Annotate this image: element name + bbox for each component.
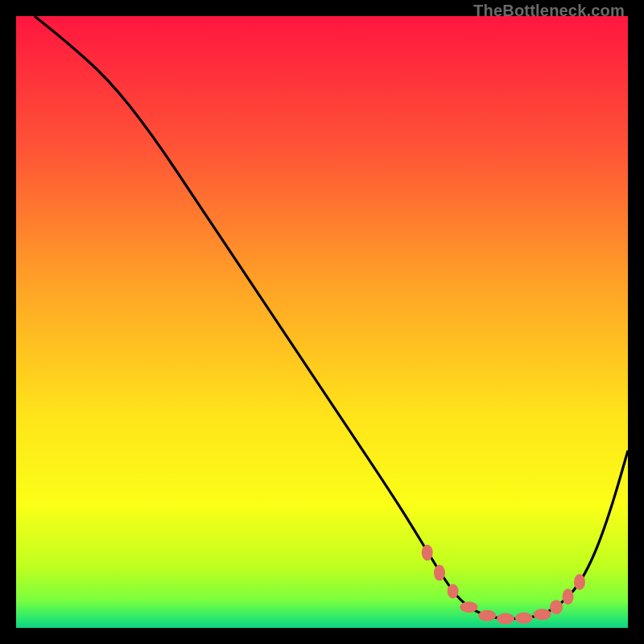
data-marker bbox=[563, 588, 574, 605]
data-marker bbox=[478, 610, 496, 621]
data-marker bbox=[550, 600, 563, 614]
data-marker bbox=[434, 565, 445, 581]
data-marker bbox=[534, 609, 551, 620]
chart-frame: TheBottleneck.com bbox=[0, 0, 644, 644]
data-marker bbox=[515, 613, 533, 624]
data-marker bbox=[497, 613, 514, 625]
data-marker bbox=[460, 601, 477, 613]
data-marker bbox=[448, 584, 459, 598]
data-marker bbox=[422, 545, 433, 561]
chart-plot bbox=[16, 16, 628, 628]
data-marker bbox=[574, 574, 585, 590]
gradient-background bbox=[16, 16, 628, 628]
